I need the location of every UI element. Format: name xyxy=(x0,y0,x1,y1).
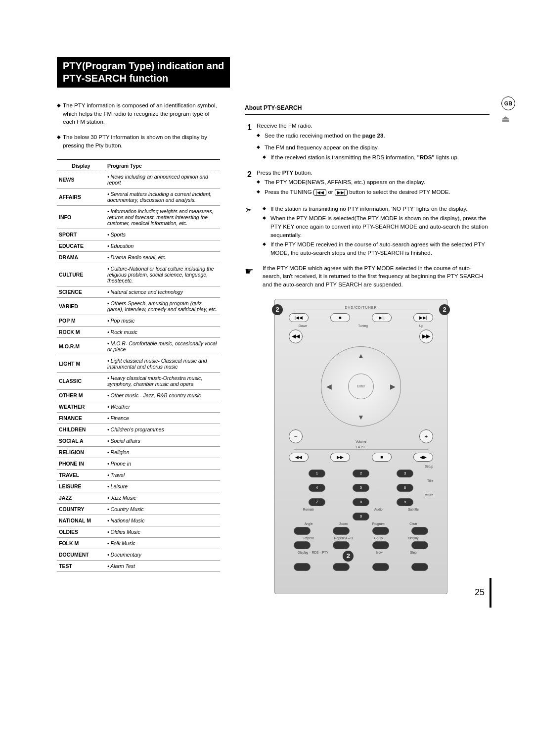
tray-icon: ⏏ xyxy=(501,113,519,124)
right-column: GB ⏏ About PTY-SEARCH 1 Receive the FM r… xyxy=(245,101,490,594)
callout-2-bottom: 2 xyxy=(343,551,354,562)
pty-table: Display Program Type NEWS• News includin… xyxy=(57,159,220,572)
step2-bullet2: Press the TUNING |◀◀ or ▶▶| button to se… xyxy=(265,188,450,196)
pty-display: COUNTRY xyxy=(57,504,105,515)
title-line-2: PTY-SEARCH function xyxy=(63,73,168,84)
pty-type: • Weather xyxy=(105,401,220,413)
key-0[interactable]: 0 xyxy=(353,513,369,520)
table-row: LEISURE• Leisure xyxy=(57,481,220,492)
ffwd-button[interactable]: ▶▶ xyxy=(419,330,433,343)
pty-type: • Jazz Music xyxy=(105,492,220,504)
table-row: RELIGION• Religion xyxy=(57,447,220,458)
step-num-2: 2 xyxy=(245,169,252,196)
right-icon: ▶ xyxy=(390,382,396,390)
tape-play[interactable]: ▶▶ xyxy=(330,453,350,462)
pty-display: VARIED xyxy=(57,298,105,315)
pty-display: CHILDREN xyxy=(57,424,105,435)
pty-type: • Travel xyxy=(105,470,220,481)
key-8[interactable]: 8 xyxy=(353,498,369,506)
pty-type: • Folk Music xyxy=(105,538,220,549)
pty-type: • Natural science and technology xyxy=(105,286,220,298)
tape-stop[interactable]: ■ xyxy=(372,453,392,462)
table-row: SCIENCE• Natural science and technology xyxy=(57,286,220,298)
table-row: PHONE IN• Phone in xyxy=(57,458,220,470)
pty-display: NEWS xyxy=(57,171,105,189)
prev-button[interactable]: |◀◀ xyxy=(289,313,309,322)
key-7[interactable]: 7 xyxy=(309,498,325,506)
key-6[interactable]: 6 xyxy=(397,484,413,492)
table-row: NEWS• News including an announced opinio… xyxy=(57,171,220,189)
pty-display: TRAVEL xyxy=(57,470,105,481)
diamond-icon: ◆ xyxy=(257,143,262,152)
pty-display: SOCIAL A xyxy=(57,435,105,447)
diamond-icon: ◆ xyxy=(263,153,267,162)
diamond-icon: ◆ xyxy=(57,133,63,149)
down-icon: ▼ xyxy=(357,413,364,421)
table-row: INFO• Information including weights and … xyxy=(57,206,220,229)
diamond-icon: ◆ xyxy=(257,178,262,187)
pty-display: ROCK M xyxy=(57,327,105,338)
step1-title: Receive the FM radio. xyxy=(257,122,490,130)
pty-display: FINANCE xyxy=(57,413,105,424)
hand-note: If the PTY MODE which agrees with the PT… xyxy=(263,264,490,289)
pty-type: • M.O.R- Comfortable music, occasionally… xyxy=(105,338,220,355)
key-2[interactable]: 2 xyxy=(353,470,369,477)
key-9[interactable]: 9 xyxy=(397,498,413,506)
pty-type: • Children's programmes xyxy=(105,424,220,435)
remote-illustration: 2 2 DVD/CD/TUNER |◀◀ ■ ▶|| ▶▶| Down Tuni… xyxy=(274,299,447,594)
pty-display: DRAMA xyxy=(57,252,105,263)
pty-type: • Culture-National or local culture incl… xyxy=(105,263,220,286)
key-3[interactable]: 3 xyxy=(397,470,413,477)
pty-type: • Others-Speech, amusing program (quiz, … xyxy=(105,298,220,315)
table-row: M.O.R.M• M.O.R- Comfortable music, occas… xyxy=(57,338,220,355)
pty-type: • Information including weights and meas… xyxy=(105,206,220,229)
stop-button[interactable]: ■ xyxy=(330,313,350,322)
step1-bullet2: The FM and frequency appear on the displ… xyxy=(265,143,379,152)
play-pause-button[interactable]: ▶|| xyxy=(372,313,392,322)
step1-sub1: See the radio receiving method on the pa… xyxy=(265,132,385,140)
pty-type: • Country Music xyxy=(105,504,220,515)
pty-type: • National Music xyxy=(105,515,220,526)
diamond-icon: ◆ xyxy=(263,205,267,213)
pty-display: OLDIES xyxy=(57,526,105,538)
pty-display: LIGHT M xyxy=(57,355,105,373)
pty-type: • Education xyxy=(105,240,220,252)
key-5[interactable]: 5 xyxy=(353,484,369,492)
key-1[interactable]: 1 xyxy=(309,470,325,477)
step2-title: Press the PTY button. xyxy=(257,169,490,177)
pty-display: AFFAIRS xyxy=(57,189,105,206)
table-row: JAZZ• Jazz Music xyxy=(57,492,220,504)
key-4[interactable]: 4 xyxy=(309,484,325,492)
diamond-icon: ◆ xyxy=(263,240,267,257)
next-track-icon: ▶▶| xyxy=(335,189,348,196)
table-row: CLASSIC• Heavy classical music-Orchestra… xyxy=(57,373,220,390)
pty-display: INFO xyxy=(57,206,105,229)
table-row: AFFAIRS• Several matters including a cur… xyxy=(57,189,220,206)
tape-ff[interactable]: ◀▶ xyxy=(413,453,433,462)
table-row: COUNTRY• Country Music xyxy=(57,504,220,515)
pty-type: • Documentary xyxy=(105,549,220,561)
pty-type: • Rock music xyxy=(105,327,220,338)
table-row: TEST• Alarm Test xyxy=(57,561,220,572)
step2-bullet1: The PTY MODE(NEWS, AFFAIRS, etc.) appear… xyxy=(265,178,425,187)
pty-type: • Heavy classical music-Orchestra music,… xyxy=(105,373,220,390)
pty-type: • Alarm Test xyxy=(105,561,220,572)
th-ptype: Program Type xyxy=(105,160,220,171)
enter-button[interactable]: Enter xyxy=(348,374,374,399)
tape-rew[interactable]: ◀◀ xyxy=(289,453,309,462)
pty-display: TEST xyxy=(57,561,105,572)
numpad: Setup 123 Title 456 Return 789 RemainAud… xyxy=(289,465,433,571)
rewind-button[interactable]: ◀◀ xyxy=(289,330,303,343)
table-row: SPORT• Sports xyxy=(57,229,220,240)
vol-down-button[interactable]: − xyxy=(289,429,303,443)
nav-wheel[interactable]: ▲ ▼ ◀ ▶ Enter xyxy=(321,346,401,426)
hand-note-icon: ☛ xyxy=(245,264,258,289)
table-row: SOCIAL A• Social affairs xyxy=(57,435,220,447)
pty-display: M.O.R.M xyxy=(57,338,105,355)
gb-label: GB xyxy=(501,96,515,110)
callout-2-left: 2 xyxy=(272,304,283,315)
pty-display: JAZZ xyxy=(57,492,105,504)
vol-up-button[interactable]: + xyxy=(419,429,433,443)
next-button[interactable]: ▶▶| xyxy=(413,313,433,322)
table-row: DOCUMENT• Documentary xyxy=(57,549,220,561)
